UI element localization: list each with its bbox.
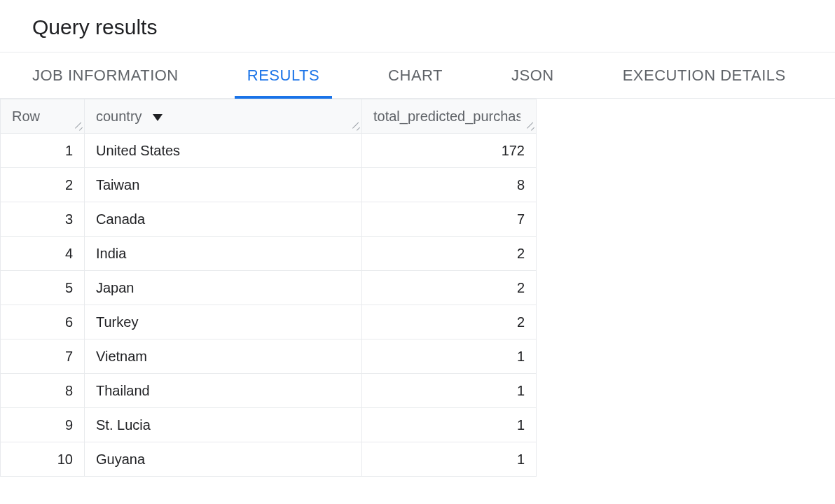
table-row: 4India2	[1, 237, 537, 271]
tab-execution-details[interactable]: EXECUTION DETAILS	[623, 52, 786, 98]
cell-country: Guyana	[85, 442, 362, 477]
tab-job-information[interactable]: JOB INFORMATION	[32, 52, 179, 98]
column-header-row-label: Row	[12, 108, 40, 125]
table-row: 8Thailand1	[1, 374, 537, 408]
table-row: 6Turkey2	[1, 305, 537, 340]
table-row: 5Japan2	[1, 271, 537, 305]
cell-predicted: 1	[362, 340, 537, 374]
table-row: 9St. Lucia1	[1, 408, 537, 442]
cell-country: Turkey	[85, 305, 362, 340]
column-header-predicted-label: total_predicted_purchases	[373, 108, 520, 125]
cell-country: Vietnam	[85, 340, 362, 374]
cell-predicted: 1	[362, 442, 537, 477]
tab-label: EXECUTION DETAILS	[623, 66, 786, 85]
resize-handle-icon[interactable]	[353, 125, 360, 132]
cell-predicted: 1	[362, 374, 537, 408]
cell-row-number: 8	[1, 374, 85, 408]
cell-predicted: 7	[362, 202, 537, 237]
page-title: Query results	[0, 0, 835, 52]
column-header-row[interactable]: Row	[1, 99, 85, 134]
cell-country: Thailand	[85, 374, 362, 408]
cell-country: United States	[85, 134, 362, 168]
cell-country: India	[85, 237, 362, 271]
table-row: 2Taiwan8	[1, 168, 537, 202]
cell-predicted: 2	[362, 271, 537, 305]
column-header-country-label: country	[96, 108, 142, 125]
tabs-bar: JOB INFORMATIONRESULTSCHARTJSONEXECUTION…	[0, 52, 835, 99]
column-header-country[interactable]: country	[85, 99, 362, 134]
tab-results[interactable]: RESULTS	[247, 52, 319, 98]
tab-json[interactable]: JSON	[511, 52, 554, 98]
tab-label: JSON	[511, 66, 554, 85]
cell-row-number: 9	[1, 408, 85, 442]
cell-row-number: 7	[1, 340, 85, 374]
tab-label: CHART	[388, 66, 443, 85]
table-row: 10Guyana1	[1, 442, 537, 477]
cell-row-number: 2	[1, 168, 85, 202]
cell-predicted: 8	[362, 168, 537, 202]
cell-country: Taiwan	[85, 168, 362, 202]
cell-predicted: 1	[362, 408, 537, 442]
results-table: Row country total_predicted_purchases	[0, 99, 537, 477]
cell-row-number: 5	[1, 271, 85, 305]
resize-handle-icon[interactable]	[527, 125, 534, 132]
resize-handle-icon[interactable]	[76, 125, 83, 132]
cell-row-number: 3	[1, 202, 85, 237]
table-row: 1United States172	[1, 134, 537, 168]
cell-row-number: 4	[1, 237, 85, 271]
cell-row-number: 10	[1, 442, 85, 477]
cell-country: St. Lucia	[85, 408, 362, 442]
tab-chart[interactable]: CHART	[388, 52, 443, 98]
cell-predicted: 172	[362, 134, 537, 168]
table-row: 3Canada7	[1, 202, 537, 237]
table-header-row: Row country total_predicted_purchases	[1, 99, 537, 134]
cell-row-number: 6	[1, 305, 85, 340]
cell-predicted: 2	[362, 237, 537, 271]
cell-country: Japan	[85, 271, 362, 305]
cell-row-number: 1	[1, 134, 85, 168]
tab-label: JOB INFORMATION	[32, 66, 179, 85]
cell-country: Canada	[85, 202, 362, 237]
sort-desc-icon	[153, 108, 163, 125]
tab-label: RESULTS	[247, 66, 319, 85]
column-header-predicted[interactable]: total_predicted_purchases	[362, 99, 537, 134]
cell-predicted: 2	[362, 305, 537, 340]
table-row: 7Vietnam1	[1, 340, 537, 374]
